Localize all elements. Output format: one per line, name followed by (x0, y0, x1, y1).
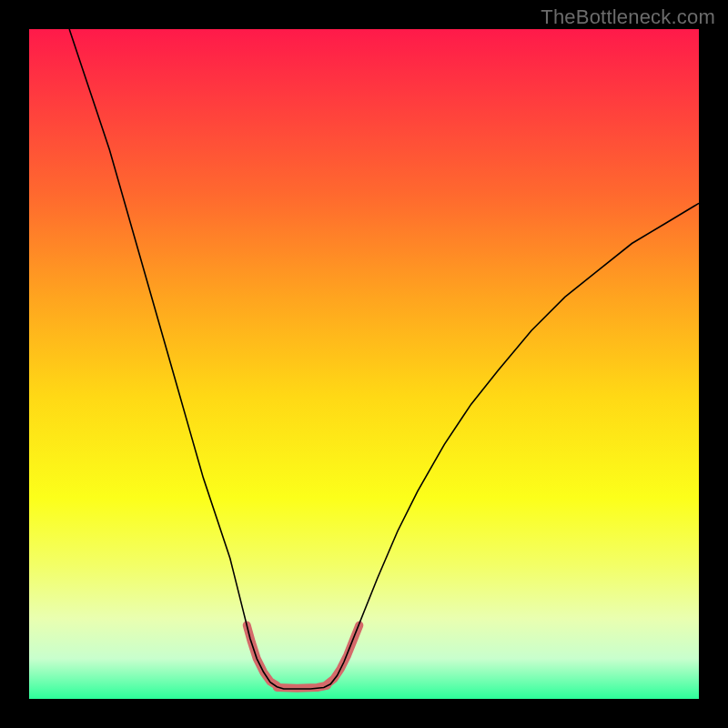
chart-svg (29, 29, 699, 699)
watermark-label: TheBottleneck.com (541, 5, 715, 29)
chart-frame: TheBottleneck.com (0, 0, 728, 728)
gradient-background (29, 29, 699, 699)
plot-area (29, 29, 699, 699)
